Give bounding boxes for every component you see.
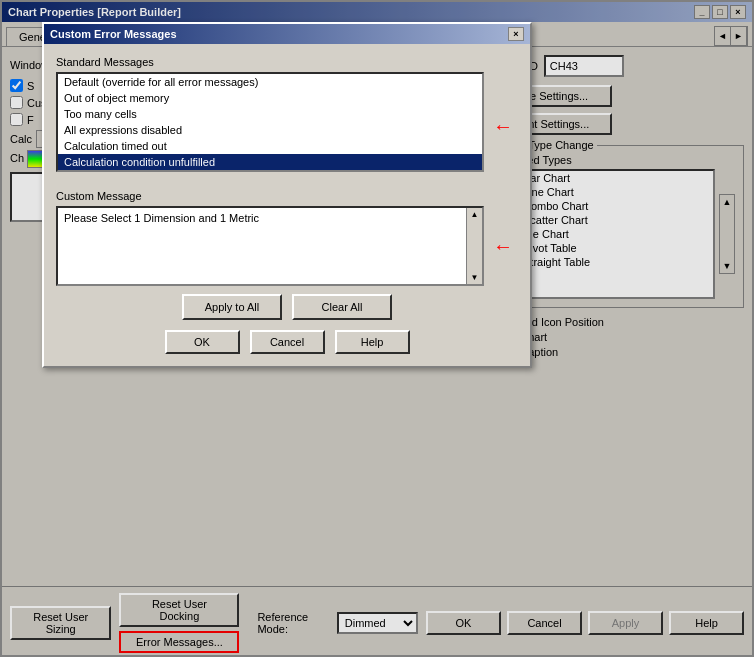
custom-message-container: Please Select 1 Dimension and 1 Metric ▲… bbox=[56, 206, 518, 286]
msg-out-of-memory[interactable]: Out of object memory bbox=[58, 90, 482, 106]
modal-content: Standard Messages Default (override for … bbox=[44, 44, 530, 366]
custom-message-box: Please Select 1 Dimension and 1 Metric ▲… bbox=[56, 206, 484, 286]
modal-titlebar: Custom Error Messages × bbox=[44, 24, 530, 44]
modal-close-button[interactable]: × bbox=[508, 27, 524, 41]
msg-calc-timed-out[interactable]: Calculation timed out bbox=[58, 138, 482, 154]
main-window: Chart Properties [Report Builder] _ □ × … bbox=[0, 0, 754, 657]
custom-message-scrollbar[interactable]: ▲ ▼ bbox=[466, 208, 482, 284]
standard-messages-label: Standard Messages bbox=[56, 56, 518, 68]
msg-too-many-cells[interactable]: Too many cells bbox=[58, 106, 482, 122]
standard-messages-list[interactable]: Default (override for all error messages… bbox=[56, 72, 484, 172]
arrow-container-bottom: ← bbox=[488, 206, 518, 286]
msg-calc-condition[interactable]: Calculation condition unfulfilled bbox=[58, 154, 482, 170]
custom-error-messages-dialog: Custom Error Messages × Standard Message… bbox=[42, 22, 532, 368]
modal-help-button[interactable]: Help bbox=[335, 330, 410, 354]
modal-action-buttons-row: Apply to All Clear All bbox=[56, 294, 518, 320]
standard-messages-container: Default (override for all error messages… bbox=[56, 72, 518, 180]
msg-all-expressions[interactable]: All expressions disabled bbox=[58, 122, 482, 138]
custom-message-label: Custom Message bbox=[56, 190, 518, 202]
modal-title: Custom Error Messages bbox=[50, 28, 177, 40]
arrow-container-top: ← bbox=[488, 72, 518, 180]
modal-ok-button[interactable]: OK bbox=[165, 330, 240, 354]
apply-to-all-button[interactable]: Apply to All bbox=[182, 294, 282, 320]
modal-overlay: Custom Error Messages × Standard Message… bbox=[2, 2, 752, 655]
red-arrow-bottom: ← bbox=[493, 235, 513, 258]
modal-cancel-button[interactable]: Cancel bbox=[250, 330, 325, 354]
red-arrow-top: ← bbox=[493, 115, 513, 138]
modal-ok-cancel-row: OK Cancel Help bbox=[56, 330, 518, 354]
clear-all-button[interactable]: Clear All bbox=[292, 294, 392, 320]
custom-message-text: Please Select 1 Dimension and 1 Metric bbox=[64, 212, 259, 224]
msg-default[interactable]: Default (override for all error messages… bbox=[58, 74, 482, 90]
